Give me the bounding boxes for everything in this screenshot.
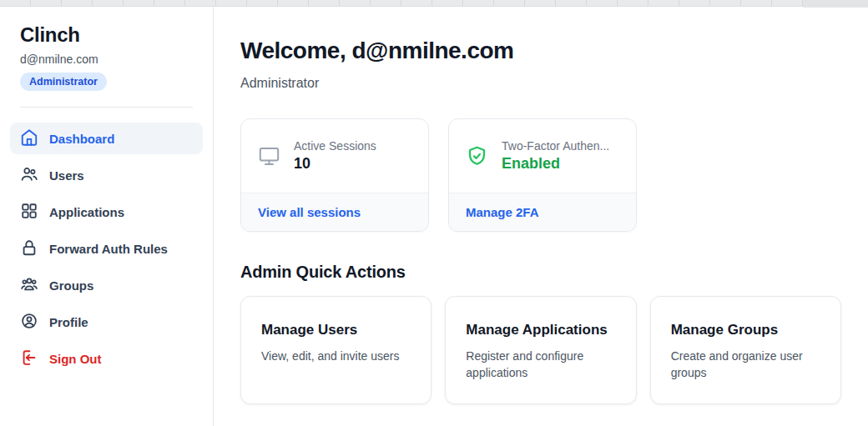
action-card-description: View, edit, and invite users (261, 348, 411, 364)
sidebar-item-label: Applications (49, 205, 124, 219)
role-badge: Administrator (20, 73, 107, 91)
sidebar-item-applications[interactable]: Applications (10, 196, 203, 228)
quick-actions-row: Manage Users View, edit, and invite user… (240, 296, 841, 404)
home-icon (20, 128, 38, 149)
stat-card-footer: Manage 2FA (449, 193, 636, 231)
action-card-description: Create and organize user groups (671, 348, 820, 381)
stat-texts: Active Sessions 10 (294, 139, 376, 173)
sidebar-item-label: Sign Out (49, 352, 102, 366)
stat-card-body: Active Sessions 10 (241, 119, 428, 193)
logout-icon (20, 348, 38, 369)
sidebar-item-sign-out[interactable]: Sign Out (10, 343, 203, 374)
sidebar-item-label: Dashboard (49, 132, 114, 146)
sidebar-item-groups[interactable]: Groups (10, 269, 203, 301)
monitor-icon (258, 145, 280, 168)
view-all-sessions-link[interactable]: View all sessions (258, 205, 361, 219)
manage-2fa-link[interactable]: Manage 2FA (466, 205, 539, 219)
background-window-strip-right (803, 0, 868, 8)
main-content: Welcome, d@nmilne.com Administrator Acti… (214, 7, 868, 426)
sidebar: Clinch d@nmilne.com Administrator Dashbo… (0, 7, 214, 426)
user-circle-icon (20, 312, 38, 333)
shield-check-icon (466, 145, 488, 168)
action-card-manage-users[interactable]: Manage Users View, edit, and invite user… (240, 296, 431, 404)
lock-icon (20, 238, 38, 259)
action-card-title: Manage Users (261, 322, 411, 338)
sidebar-divider (20, 107, 193, 108)
action-card-manage-applications[interactable]: Manage Applications Register and configu… (445, 296, 636, 404)
action-card-description: Register and configure applications (466, 348, 615, 381)
sidebar-item-label: Forward Auth Rules (49, 242, 168, 256)
sidebar-item-dashboard[interactable]: Dashboard (10, 123, 203, 154)
page-subtitle: Administrator (240, 75, 841, 92)
action-card-manage-groups[interactable]: Manage Groups Create and organize user g… (650, 296, 841, 404)
user-email: d@nmilne.com (10, 53, 203, 66)
page-title: Welcome, d@nmilne.com (240, 37, 841, 65)
stat-card-active-sessions: Active Sessions 10 View all sessions (240, 118, 429, 232)
sidebar-item-label: Profile (49, 315, 88, 329)
users-icon (20, 165, 38, 186)
stat-value: 10 (294, 155, 376, 173)
stat-card-body: Two-Factor Authen... Enabled (449, 119, 636, 193)
grid-icon (20, 202, 38, 223)
user-group-icon (20, 275, 38, 296)
sidebar-item-forward-auth-rules[interactable]: Forward Auth Rules (10, 233, 203, 264)
sidebar-nav: Dashboard Users Applications Forward Aut… (10, 123, 203, 374)
sidebar-item-users[interactable]: Users (10, 159, 203, 191)
action-card-title: Manage Applications (466, 322, 615, 338)
stat-label: Active Sessions (294, 139, 376, 153)
app-title: Clinch (10, 23, 203, 47)
background-window-strip (0, 0, 868, 7)
section-title-admin-quick-actions: Admin Quick Actions (240, 262, 841, 282)
sidebar-item-label: Groups (49, 278, 93, 293)
stat-card-footer: View all sessions (241, 193, 428, 231)
stat-value: Enabled (502, 155, 609, 173)
stat-label: Two-Factor Authen... (502, 139, 609, 153)
stat-card-two-factor: Two-Factor Authen... Enabled Manage 2FA (448, 118, 637, 232)
stat-texts: Two-Factor Authen... Enabled (502, 139, 609, 173)
stats-row: Active Sessions 10 View all sessions Two… (240, 118, 841, 232)
sidebar-item-profile[interactable]: Profile (10, 306, 203, 338)
action-card-title: Manage Groups (671, 322, 820, 338)
sidebar-item-label: Users (49, 168, 84, 183)
